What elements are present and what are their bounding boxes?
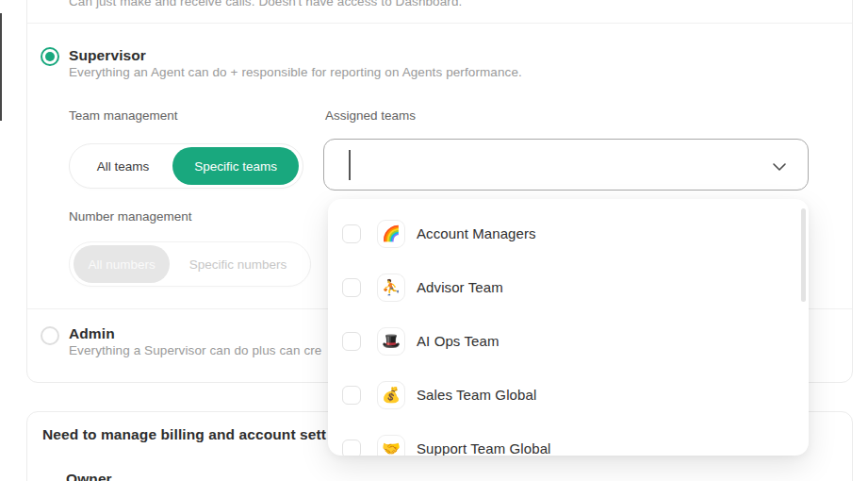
agent-description: Can just make and receive calls. Doesn't… [69,0,462,8]
owner-title: Owner [66,471,112,481]
admin-description: Everything a Supervisor can do plus can … [69,343,321,357]
team-option[interactable]: ⛹️ Advisor Team [328,260,809,314]
role-settings-page: Can just make and receive calls. Doesn't… [0,0,868,481]
window-edge [0,13,2,121]
supervisor-title: Supervisor [69,47,146,64]
admin-title: Admin [69,325,115,342]
team-option[interactable]: 🌈 Account Managers [328,207,809,260]
dropdown-scrollbar[interactable] [801,208,806,302]
billing-heading: Need to manage billing and account sett [42,426,326,443]
number-management-label: Number management [69,209,192,224]
section-divider [27,23,852,24]
team-name: Support Team Global [417,440,551,456]
toggle-option-all-teams[interactable]: All teams [74,159,172,174]
team-name: Advisor Team [417,279,503,295]
assigned-teams-input[interactable] [323,139,809,191]
admin-radio[interactable] [41,326,59,345]
team-name: AI Ops Team [417,333,500,349]
team-emoji-icon: 🌈 [377,220,405,248]
checkbox[interactable] [342,332,361,351]
text-caret [349,150,351,180]
radio-dot [45,52,55,61]
supervisor-description: Everything an Agent can do + responsible… [69,65,522,79]
team-name: Account Managers [417,225,536,241]
chevron-down-icon[interactable] [772,159,787,171]
team-management-label: Team management [69,108,178,123]
team-emoji-icon: ⛹️ [377,274,405,302]
checkbox[interactable] [342,278,361,297]
team-emoji-icon: 🤝 [377,435,405,456]
team-emoji-icon: 💰 [377,381,405,409]
team-option[interactable]: 🤝 Support Team Global [328,422,809,456]
checkbox[interactable] [342,224,361,243]
team-name: Sales Team Global [417,387,536,403]
team-emoji-icon: 🎩 [377,327,405,356]
supervisor-radio[interactable] [41,47,59,66]
team-option[interactable]: 🎩 AI Ops Team [328,314,809,368]
toggle-option-specific-numbers[interactable]: Specific numbers [170,257,306,272]
toggle-option-specific-teams[interactable]: Specific teams [172,147,299,185]
number-management-toggle: All numbers Specific numbers [69,241,311,287]
checkbox[interactable] [342,386,361,405]
team-management-toggle: All teams Specific teams [69,143,303,189]
assigned-teams-dropdown: 🌈 Account Managers ⛹️ Advisor Team 🎩 AI … [328,199,809,456]
checkbox[interactable] [342,440,361,456]
team-option[interactable]: 💰 Sales Team Global [328,368,809,422]
assigned-teams-label: Assigned teams [325,108,416,123]
toggle-option-all-numbers[interactable]: All numbers [74,245,170,283]
